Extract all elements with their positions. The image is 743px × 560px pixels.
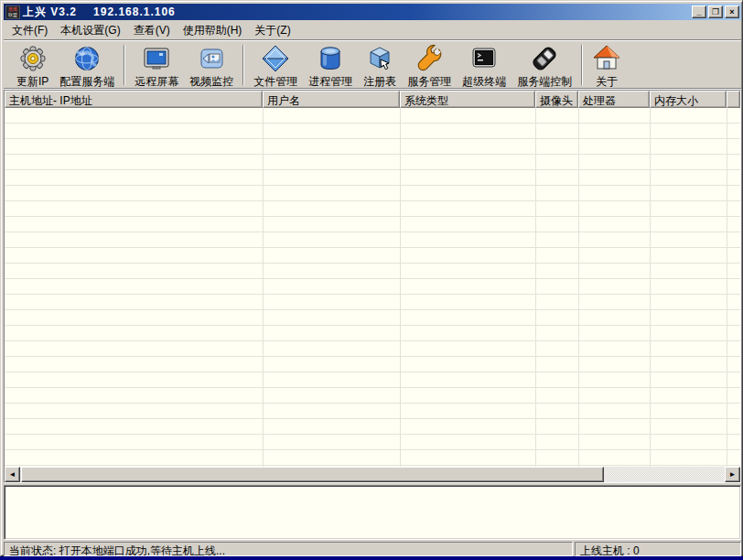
menu-bar: 文件(F) 本机设置(G) 查看(V) 使用帮助(H) 关于(Z) — [4, 21, 741, 39]
toolbar-button-video-monitor[interactable]: 视频监控 — [185, 43, 238, 91]
app-logo-icon: 黑鹰 联盟 — [5, 5, 20, 19]
status-current-state: 当前状态: 打开本地端口成功,等待主机上线... — [4, 542, 573, 556]
column-header-webcam[interactable]: 摄像头 — [535, 91, 578, 108]
terminal-icon — [469, 44, 499, 73]
window-title-ip: 192.168.1.106 — [93, 5, 176, 18]
app-logo-text-2: 联盟 — [6, 12, 19, 17]
globe-icon — [72, 44, 102, 73]
file-diamond-icon — [261, 44, 290, 73]
gear-icon — [18, 44, 48, 73]
toolbar-button-service-manager[interactable]: 服务管理 — [403, 43, 456, 91]
window-title: 上兴 V3.2 — [23, 5, 77, 20]
wrench-icon — [415, 44, 444, 73]
menu-about[interactable]: 关于(Z) — [248, 21, 296, 40]
column-header-filler — [727, 91, 740, 108]
grid-vline — [263, 108, 264, 467]
toolbar-button-process-manager[interactable]: 进程管理 — [304, 43, 357, 91]
grid-vline — [578, 108, 579, 467]
toolbar-button-super-terminal[interactable]: 超级终端 — [458, 43, 511, 91]
home-icon — [592, 44, 621, 73]
grid-vline — [400, 108, 401, 467]
registry-cube-icon — [365, 44, 394, 73]
menu-help[interactable]: 使用帮助(H) — [177, 21, 249, 40]
toolbar-separator — [581, 45, 583, 85]
domino-icon — [530, 44, 559, 73]
host-list: 主机地址- IP地址 用户名 系统类型 摄像头 处理器 内存大小 ◄ ► — [4, 90, 741, 483]
toolbar-button-server-control[interactable]: 服务端控制 — [512, 43, 576, 91]
host-list-body[interactable] — [5, 108, 740, 467]
column-header-memory[interactable]: 内存大小 — [650, 91, 727, 108]
toolbar-button-configure-server[interactable]: 配置服务端 — [55, 43, 119, 91]
screen: 黑鹰 联盟 上兴 V3.2 192.168.1.106 _ ❐ × 文件(F) … — [0, 0, 743, 560]
toolbar-separator — [242, 45, 244, 85]
minimize-button[interactable]: _ — [692, 5, 706, 18]
menu-local-settings[interactable]: 本机设置(G) — [54, 21, 126, 40]
host-list-header: 主机地址- IP地址 用户名 系统类型 摄像头 处理器 内存大小 — [5, 91, 740, 108]
menu-file[interactable]: 文件(F) — [5, 21, 54, 40]
toolbar-separator — [124, 45, 125, 85]
grid-vline — [650, 108, 651, 467]
menu-view[interactable]: 查看(V) — [127, 21, 177, 40]
toolbar-button-file-manager[interactable]: 文件管理 — [249, 43, 302, 91]
column-header-os-type[interactable]: 系统类型 — [400, 91, 535, 108]
column-header-username[interactable]: 用户名 — [263, 91, 400, 108]
toolbar-button-update-ip[interactable]: 更新IP — [12, 43, 53, 91]
close-button[interactable]: × — [725, 5, 739, 18]
column-header-cpu[interactable]: 处理器 — [578, 91, 650, 108]
desktop-background — [0, 556, 743, 560]
horizontal-scrollbar[interactable]: ◄ ► — [5, 467, 740, 482]
toolbar-button-remote-screen[interactable]: 远程屏幕 — [130, 43, 183, 91]
toolbar-button-registry[interactable]: 注册表 — [359, 43, 401, 91]
status-online-hosts: 上线主机 : 0 — [575, 542, 741, 556]
scroll-right-arrow-icon[interactable]: ► — [725, 467, 740, 482]
scrollbar-thumb[interactable] — [21, 467, 604, 482]
status-bar: 当前状态: 打开本地端口成功,等待主机上线... 上线主机 : 0 — [4, 542, 741, 556]
log-area[interactable] — [4, 485, 741, 540]
toolbar-button-about[interactable]: 关于 — [587, 43, 626, 91]
toolbar: 更新IP 配置服务端 — [4, 41, 741, 90]
title-bar[interactable]: 黑鹰 联盟 上兴 V3.2 192.168.1.106 _ ❐ × — [4, 4, 741, 20]
monitor-icon — [142, 44, 171, 73]
database-icon — [316, 44, 345, 73]
maximize-button[interactable]: ❐ — [708, 5, 723, 18]
app-logo-text-1: 黑鹰 — [6, 6, 19, 12]
scroll-left-arrow-icon[interactable]: ◄ — [5, 467, 20, 482]
app-window: 黑鹰 联盟 上兴 V3.2 192.168.1.106 _ ❐ × 文件(F) … — [0, 0, 743, 556]
column-header-host-ip[interactable]: 主机地址- IP地址 — [5, 91, 263, 108]
video-icon — [197, 44, 226, 73]
grid-vline — [727, 108, 727, 467]
grid-vline — [535, 108, 536, 467]
